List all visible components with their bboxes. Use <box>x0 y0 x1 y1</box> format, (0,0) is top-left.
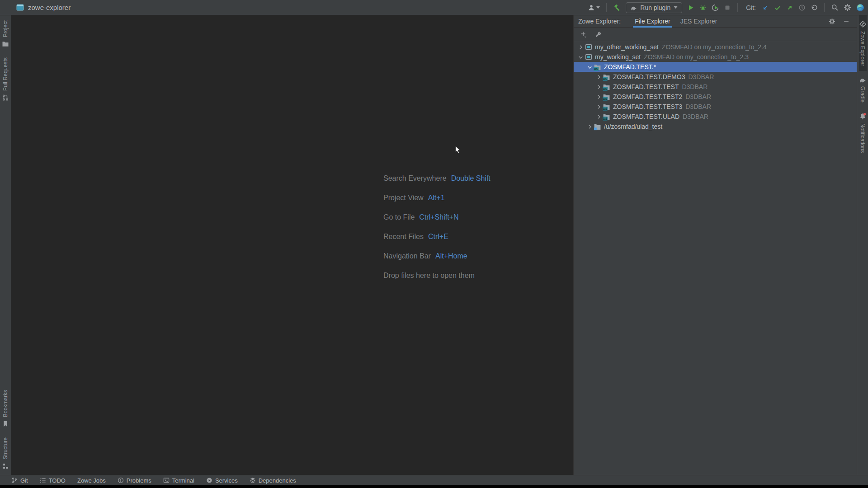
shortcut-action-label: Project View <box>383 194 424 202</box>
statusbar-item-terminal[interactable]: Terminal <box>163 477 194 484</box>
tree-row[interactable]: my_working_setZOSMFAD on my_connection_t… <box>574 52 857 62</box>
editor-shortcut-hints: Search EverywhereDouble ShiftProject Vie… <box>383 169 491 285</box>
statusbar-item-git[interactable]: Git <box>11 477 28 484</box>
tree-row[interactable]: my_other_working_setZOSMFAD on my_connec… <box>574 42 857 52</box>
tool-window-button-label: Zowe Explorer <box>859 31 866 66</box>
statusbar-item-label: Problems <box>127 477 151 484</box>
tool-window-button-label: Notifications <box>859 123 866 153</box>
statusbar-item-label: Services <box>215 477 238 484</box>
shortcut-key-label: Ctrl+Shift+N <box>419 213 458 221</box>
app-window-icon <box>16 4 24 11</box>
services-icon <box>206 477 212 483</box>
terminal-icon <box>163 477 170 483</box>
chevron-right-icon[interactable] <box>585 124 594 130</box>
tree-item-label: ZOSMFAD.TEST.TEST2 <box>613 93 682 100</box>
chevron-down-icon <box>596 6 600 9</box>
drop-files-hint-label: Drop files here to open them <box>383 272 475 280</box>
chevron-right-icon[interactable] <box>576 44 585 50</box>
tree-item-suffix: D3DBAR <box>688 73 714 80</box>
svg-text:DS: DS <box>603 107 608 110</box>
toolbar-separator <box>824 3 825 12</box>
push-button[interactable] <box>786 4 793 11</box>
tree-item-suffix: D3DBAR <box>685 93 711 100</box>
tree-row[interactable]: /u/zosmfad/ulad_test <box>574 122 857 131</box>
svg-text:DS: DS <box>594 67 599 70</box>
todo-icon <box>40 477 46 483</box>
user-menu-button[interactable] <box>588 4 600 11</box>
toolbar-separator <box>606 3 607 12</box>
chevron-down-icon[interactable] <box>585 64 594 70</box>
pull-request-icon <box>2 94 9 101</box>
tool-window-button-label: Project <box>2 20 9 37</box>
tree-row[interactable]: DSZOSMFAD.TEST.ULADD3DBAR <box>574 112 857 122</box>
uss-folder-icon <box>594 123 601 131</box>
code-with-me-icon[interactable] <box>856 4 864 12</box>
statusbar-item-zowe-jobs[interactable]: Zowe Jobs <box>77 477 106 484</box>
left-tool-window-stripe: ProjectPull Requests BookmarksStructure <box>0 15 11 475</box>
chevron-right-icon[interactable] <box>594 104 603 110</box>
stop-button[interactable] <box>724 4 731 11</box>
working-set-icon <box>585 43 592 51</box>
statusbar-item-label: TODO <box>49 477 66 484</box>
run-configuration-select[interactable]: Run plugin <box>626 2 682 13</box>
tool-window-button-structure[interactable]: Structure <box>2 432 9 475</box>
history-button[interactable] <box>798 4 806 11</box>
tree-item-suffix: D3DBAR <box>685 103 711 110</box>
tree-item-label: ZOSMFAD.TEST.TEST3 <box>613 103 682 110</box>
statusbar-item-todo[interactable]: TODO <box>40 477 66 484</box>
build-hammer-icon[interactable] <box>613 4 621 11</box>
svg-text:DS: DS <box>603 97 608 100</box>
tab-jes-explorer[interactable]: JES Explorer <box>675 15 722 28</box>
tool-window-button-notifications[interactable]: Notifications <box>859 108 867 158</box>
tree-item-suffix: ZOSMFAD on my_connection_to_2.4 <box>662 43 767 51</box>
tool-window-button-project[interactable]: Project <box>2 15 9 52</box>
tool-window-button-label: Gradle <box>859 86 866 103</box>
shortcut-action-label: Recent Files <box>383 233 424 241</box>
statusbar-item-dependencies[interactable]: Dependencies <box>250 477 296 484</box>
statusbar-item-label: Git <box>20 477 28 484</box>
run-with-coverage-button[interactable] <box>712 4 719 11</box>
dependencies-icon <box>250 477 256 483</box>
shortcut-action-label: Go to File <box>383 213 415 221</box>
tool-window-button-pull-requests[interactable]: Pull Requests <box>2 52 9 106</box>
settings-gear-icon[interactable] <box>844 4 851 11</box>
bottom-black-strip <box>0 485 868 488</box>
hide-tool-window-icon[interactable] <box>843 18 849 24</box>
search-everywhere-button[interactable] <box>831 4 839 11</box>
tree-row[interactable]: DSZOSMFAD.TEST.TEST3D3DBAR <box>574 102 857 112</box>
statusbar-item-services[interactable]: Services <box>206 477 238 484</box>
tool-window-settings-gear-icon[interactable] <box>829 18 835 25</box>
dataset-icon: DS <box>603 113 610 121</box>
dataset-icon: DS <box>603 103 610 111</box>
bookmark-icon <box>2 420 9 427</box>
statusbar-item-problems[interactable]: Problems <box>118 477 151 484</box>
rollback-button[interactable] <box>811 4 818 11</box>
tool-window-button-bookmarks[interactable]: Bookmarks <box>2 385 9 432</box>
chevron-right-icon[interactable] <box>594 74 603 80</box>
tool-window-button-zowe-explorer[interactable]: Zowe Explorer <box>859 15 867 71</box>
chevron-right-icon[interactable] <box>594 114 603 120</box>
tab-file-explorer[interactable]: File Explorer <box>630 15 675 28</box>
tree-row[interactable]: DSZOSMFAD.TEST.TEST2D3DBAR <box>574 92 857 102</box>
statusbar-item-label: Dependencies <box>259 477 296 484</box>
git-label: Git: <box>746 4 756 11</box>
gradle-icon <box>859 76 866 83</box>
debug-button[interactable] <box>699 4 707 11</box>
chevron-right-icon[interactable] <box>594 94 603 100</box>
shortcut-action-label: Navigation Bar <box>383 252 431 260</box>
tree-row[interactable]: DSZOSMFAD.TEST.TESTD3DBAR <box>574 82 857 92</box>
run-button[interactable] <box>687 4 694 11</box>
shortcut-key-label: Ctrl+E <box>428 233 448 241</box>
update-project-button[interactable] <box>762 4 769 11</box>
tool-window-button-gradle[interactable]: Gradle <box>859 71 866 108</box>
shortcut-action-label: Search Everywhere <box>383 174 447 183</box>
tree-item-label: my_working_set <box>595 53 641 61</box>
tree-item-label: /u/zosmfad/ulad_test <box>604 123 662 130</box>
chevron-right-icon[interactable] <box>594 84 603 90</box>
tree-row[interactable]: DSZOSMFAD.TEST.* <box>574 62 857 72</box>
add-button[interactable] <box>580 31 587 38</box>
commit-button[interactable] <box>774 4 781 11</box>
wrench-settings-icon[interactable] <box>594 31 602 38</box>
chevron-down-icon[interactable] <box>576 54 585 60</box>
tree-row[interactable]: DSZOSMFAD.TEST.DEMO3D3DBAR <box>574 72 857 82</box>
